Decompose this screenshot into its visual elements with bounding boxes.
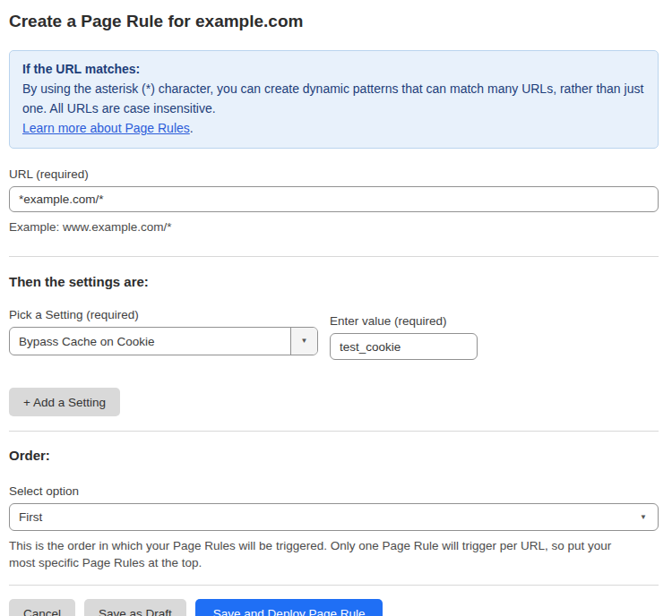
order-select[interactable]: First ▼ [9,503,659,531]
order-select-label: Select option [9,484,659,498]
order-helper-text: This is the order in which your Page Rul… [9,537,636,571]
info-box-heading: If the URL matches: [22,59,645,79]
order-divider [9,431,659,432]
setting-value-input[interactable] [330,333,478,360]
enter-value-column: Enter value (required) [330,289,478,360]
pick-setting-dropdown-button[interactable]: ▼ [290,328,317,355]
order-section-heading: Order: [9,448,659,463]
add-setting-button[interactable]: + Add a Setting [9,388,120,416]
cancel-button[interactable]: Cancel [9,599,75,616]
order-selected-value: First [10,510,640,524]
pick-setting-select[interactable]: Bypass Cache on Cookie ▼ [9,327,318,355]
pick-setting-column: Pick a Setting (required) Bypass Cache o… [9,289,318,355]
info-box-body: By using the asterisk (*) character, you… [22,79,645,118]
url-field-label: URL (required) [9,167,659,181]
url-input[interactable] [9,186,659,212]
enter-value-label: Enter value (required) [330,314,478,328]
footer-actions: Cancel Save as Draft Save and Deploy Pag… [9,599,659,616]
settings-section-heading: Then the settings are: [9,274,659,289]
url-example-helper: Example: www.example.com/* [9,218,659,235]
chevron-down-icon: ▼ [301,338,308,345]
create-page-rule-form: Create a Page Rule for example.com If th… [0,0,672,616]
page-title: Create a Page Rule for example.com [9,11,659,32]
footer-divider [9,585,659,586]
settings-divider [9,256,659,257]
url-matches-info-box: If the URL matches: By using the asteris… [9,50,659,149]
pick-setting-label: Pick a Setting (required) [9,308,318,321]
learn-more-link[interactable]: Learn more about Page Rules [22,121,190,135]
settings-row: Pick a Setting (required) Bypass Cache o… [9,289,659,360]
save-and-deploy-button[interactable]: Save and Deploy Page Rule [195,599,383,616]
chevron-down-icon: ▼ [640,514,647,521]
info-box-link-line: Learn more about Page Rules. [22,118,645,138]
pick-setting-selected-value: Bypass Cache on Cookie [10,335,290,348]
link-suffix: . [190,121,194,135]
save-as-draft-button[interactable]: Save as Draft [84,599,186,616]
